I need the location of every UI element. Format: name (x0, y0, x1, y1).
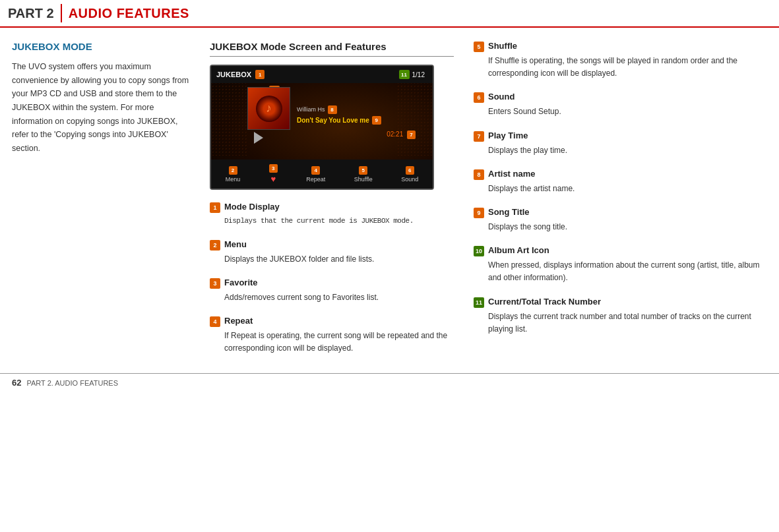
feature-3: 3 Favorite Adds/removes current song to … (210, 278, 454, 304)
feature-11-header: 11 Current/Total Track Number (474, 297, 767, 308)
screen-song-title: Don't Say You Love me (297, 117, 369, 124)
feature-1-num: 1 (210, 202, 220, 213)
feature-3-desc: Adds/removes current song to Favorites l… (210, 291, 454, 304)
feature-11-num: 11 (474, 297, 484, 308)
feature-7-desc: Displays the play time. (474, 144, 767, 157)
feature-7-header: 7 Play Time (474, 131, 767, 142)
feature-2-name: Menu (224, 239, 247, 249)
badge-2: 2 (229, 166, 237, 175)
feature-6-desc: Enters Sound Setup. (474, 105, 767, 118)
main-content: JUKEBOX MODE The UVO system offers you m… (0, 28, 779, 373)
feature-9: 9 Song Title Displays the song title. (474, 207, 767, 233)
footer-page-num: 62 (12, 378, 21, 388)
header-title: AUDIO FEATURES (69, 6, 189, 21)
screen-topbar: JUKEBOX 1 11 1/12 (211, 66, 433, 83)
feature-8-num: 8 (474, 169, 484, 180)
ctrl-shuffle-label: Shuffle (354, 176, 373, 183)
screen-play-btn[interactable] (254, 132, 263, 144)
badge-8: 8 (328, 105, 337, 114)
music-note-icon: ♪ (266, 102, 272, 115)
feature-6-name: Sound (488, 92, 514, 102)
album-art[interactable]: ♪ (247, 87, 290, 130)
ctrl-sound[interactable]: 6 Sound (401, 166, 418, 183)
feature-9-name: Song Title (488, 207, 530, 217)
badge-1: 1 (255, 70, 265, 79)
feature-9-desc: Displays the song title. (474, 221, 767, 233)
ctrl-shuffle[interactable]: 5 Shuffle (354, 166, 373, 183)
feature-7: 7 Play Time Displays the play time. (474, 131, 767, 157)
feature-4-header: 4 Repeat (210, 316, 454, 327)
right-column: 5 Shuffle If Shuffle is operating, the s… (467, 41, 767, 367)
feature-8-desc: Displays the artist name. (474, 183, 767, 195)
feature-9-header: 9 Song Title (474, 207, 767, 218)
badge-4: 4 (311, 166, 320, 175)
screen-artist: William Hs (297, 106, 325, 113)
feature-5-num: 5 (474, 42, 484, 52)
badge-7: 7 (407, 131, 416, 139)
feature-2-header: 2 Menu (210, 239, 454, 251)
feature-9-num: 9 (474, 208, 484, 218)
footer-text: PART 2. AUDIO FEATURES (26, 379, 118, 387)
speaker-left (211, 71, 247, 156)
ctrl-menu-label: Menu (226, 176, 241, 183)
feature-4-desc: If Repeat is operating, the current song… (210, 330, 454, 355)
feature-11: 11 Current/Total Track Number Displays t… (474, 297, 767, 336)
feature-4-name: Repeat (224, 316, 253, 326)
jukebox-mode-title: JUKEBOX MODE (12, 41, 197, 52)
feature-7-name: Play Time (488, 131, 528, 140)
jukebox-mode-description: The UVO system offers you maximum conven… (12, 60, 197, 155)
feature-7-num: 7 (474, 131, 484, 142)
feature-3-num: 3 (210, 278, 220, 289)
feature-8-name: Artist name (488, 169, 536, 179)
feature-8: 8 Artist name Displays the artist name. (474, 169, 767, 195)
feature-1-header: 1 Mode Display (210, 202, 454, 213)
badge-3: 3 (269, 164, 278, 173)
ctrl-sound-label: Sound (401, 176, 418, 183)
header-part: PART 2 (8, 6, 61, 21)
screen-controls: 2 Menu 3 ♥ 4 Repeat 5 Shuffle 6 Sound (211, 160, 433, 189)
feature-4: 4 Repeat If Repeat is operating, the cur… (210, 316, 454, 355)
feature-11-name: Current/Total Track Number (488, 297, 601, 307)
screen-song-info: William Hs 8 Don't Say You Love me 9 (297, 105, 413, 125)
feature-1: 1 Mode Display Displays that the current… (210, 202, 454, 227)
screen-time: 02:21 7 (387, 131, 416, 139)
page-header: PART 2 AUDIO FEATURES (0, 0, 779, 28)
mid-column: JUKEBOX Mode Screen and Features JUKEBOX… (210, 41, 467, 367)
screen-track: 1/12 (412, 71, 425, 78)
feature-11-desc: Displays the current track number and to… (474, 310, 767, 336)
ctrl-fav-icon: ♥ (270, 174, 276, 184)
feature-1-name: Mode Display (224, 202, 280, 212)
badge-9: 9 (372, 116, 381, 125)
feature-5-desc: If Shuffle is operating, the songs will … (474, 55, 767, 80)
feature-5-header: 5 Shuffle (474, 41, 767, 52)
ctrl-fav[interactable]: 3 ♥ (269, 164, 278, 184)
feature-2-desc: Displays the JUKEBOX folder and file lis… (210, 253, 454, 266)
feature-3-header: 3 Favorite (210, 278, 454, 289)
ctrl-repeat[interactable]: 4 Repeat (306, 166, 325, 183)
screen-jukebox-label: JUKEBOX (216, 71, 251, 78)
feature-2: 2 Menu Displays the JUKEBOX folder and f… (210, 239, 454, 266)
feature-5: 5 Shuffle If Shuffle is operating, the s… (474, 41, 767, 80)
header-divider (61, 4, 62, 22)
feature-10-name: Album Art Icon (488, 245, 549, 255)
jukebox-screen: JUKEBOX 1 11 1/12 10 ♪ William Hs 8 (210, 65, 434, 190)
feature-4-num: 4 (210, 316, 220, 327)
feature-3-name: Favorite (224, 278, 258, 287)
left-column: JUKEBOX MODE The UVO system offers you m… (12, 41, 210, 367)
ctrl-repeat-label: Repeat (306, 176, 325, 183)
feature-10-num: 10 (474, 246, 484, 256)
page-footer: 62 PART 2. AUDIO FEATURES (0, 373, 779, 392)
feature-10-header: 10 Album Art Icon (474, 245, 767, 256)
feature-6-num: 6 (474, 92, 484, 103)
feature-8-header: 8 Artist name (474, 169, 767, 180)
badge-11: 11 (399, 70, 410, 79)
ctrl-menu[interactable]: 2 Menu (226, 166, 241, 183)
badge-6: 6 (406, 166, 414, 175)
mid-section-title: JUKEBOX Mode Screen and Features (210, 41, 454, 57)
feature-10: 10 Album Art Icon When pressed, displays… (474, 245, 767, 284)
feature-5-name: Shuffle (488, 41, 517, 51)
feature-2-num: 2 (210, 240, 220, 251)
album-art-inner: ♪ (256, 96, 282, 122)
feature-1-desc: Displays that the current mode is JUKEBO… (210, 216, 454, 227)
badge-5: 5 (359, 166, 367, 175)
